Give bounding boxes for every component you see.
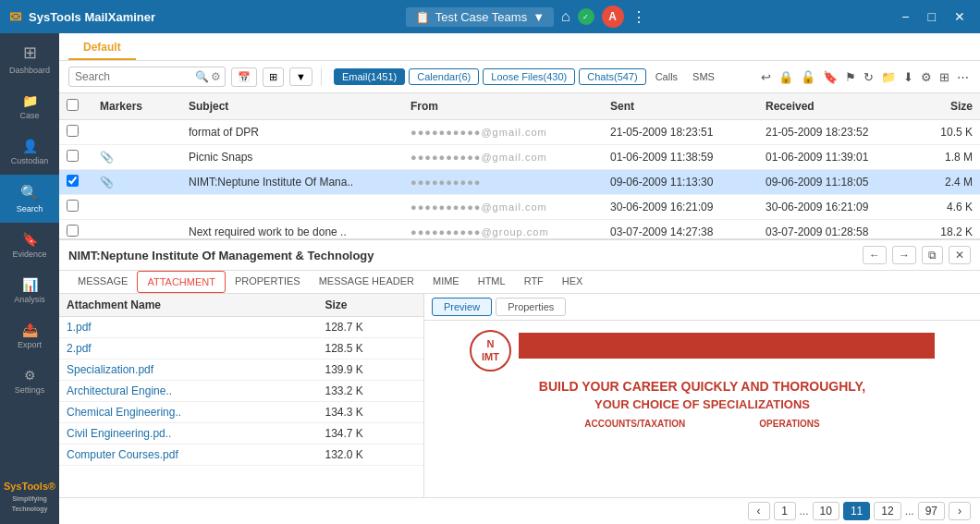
tab-default[interactable]: Default	[68, 36, 136, 60]
row-checkbox-0[interactable]	[67, 125, 79, 137]
row-received-0: 21-05-2009 18:23:52	[758, 120, 913, 145]
sidebar-bottom: SysTools® Simplifying Technology	[0, 470, 59, 524]
pagination-prev[interactable]: ‹	[748, 502, 770, 520]
menu-icon[interactable]: ⋮	[631, 8, 646, 26]
case-title-badge: 📋 Test Case Teams ▼	[406, 7, 554, 27]
row-sent-1: 01-06-2009 11:38:59	[603, 145, 758, 170]
folder-icon[interactable]: 📁	[879, 68, 898, 86]
pagination-p97[interactable]: 97	[918, 502, 945, 520]
row-received-2: 09-06-2009 11:18:05	[758, 170, 913, 195]
attachment-row[interactable]: Chemical Engineering.. 134.3 K	[59, 402, 423, 423]
preview-tab-attachment[interactable]: ATTACHMENT	[137, 271, 226, 293]
sidebar: ⊞ Dashboard 📁 Case 👤 Custodian 🔍 Search …	[0, 33, 59, 524]
gear-icon[interactable]: ⚙	[919, 68, 934, 86]
preview-tab-message[interactable]: MESSAGE	[68, 271, 137, 293]
sidebar-label-custodian: Custodian	[11, 156, 49, 165]
row-checkbox-4[interactable]	[67, 225, 79, 237]
preview-tab-properties[interactable]: PROPERTIES	[226, 271, 310, 293]
filter-tab-loose[interactable]: Loose Files(430)	[483, 68, 575, 85]
search-icon[interactable]: 🔍	[195, 70, 209, 83]
maximize-button[interactable]: □	[923, 7, 941, 26]
attachment-row[interactable]: 1.pdf 128.7 K	[59, 317, 423, 338]
minimize-button[interactable]: −	[896, 7, 914, 26]
attachment-row[interactable]: Specialization.pdf 139.9 K	[59, 359, 423, 381]
filter-tab-calls[interactable]: Calls	[650, 69, 683, 84]
avatar[interactable]: A	[602, 6, 624, 28]
row-from-3: ●●●●●●●●●●@gmail.com	[403, 195, 603, 220]
filter-tab-calendar[interactable]: Calendar(6)	[409, 68, 479, 85]
pagination-p1[interactable]: 1	[774, 502, 796, 520]
download-icon[interactable]: ⬇	[901, 68, 915, 86]
sub-tab-properties[interactable]: Properties	[496, 298, 566, 316]
attachment-row[interactable]: 2.pdf 128.5 K	[59, 338, 423, 359]
preview-tab-header[interactable]: MESSAGE HEADER	[310, 271, 423, 293]
table-row[interactable]: ●●●●●●●●●●@gmail.com 30-06-2009 16:21:09…	[59, 195, 980, 220]
next-nav-btn[interactable]: →	[892, 246, 916, 264]
attachment-row[interactable]: Architectural Engine.. 133.2 K	[59, 381, 423, 402]
pagination-next[interactable]: ›	[949, 502, 971, 520]
filter-tab-email[interactable]: Email(1451)	[334, 68, 405, 85]
sidebar-item-dashboard[interactable]: ⊞ Dashboard	[0, 33, 59, 84]
attachment-row[interactable]: Computer Courses.pdf 132.0 K	[59, 445, 423, 466]
pagination-p12[interactable]: 12	[874, 502, 900, 520]
row-checkbox-1[interactable]	[67, 150, 79, 162]
pagination-p10[interactable]: 10	[813, 502, 839, 520]
preview-tab-rtf[interactable]: RTF	[515, 271, 553, 293]
pagination-p11[interactable]: 11	[843, 502, 870, 520]
search-input[interactable]	[75, 70, 195, 83]
sidebar-item-case[interactable]: 📁 Case	[0, 84, 59, 129]
table-row[interactable]: 📎 NIMT:Neptune Institute Of Mana.. ●●●●●…	[59, 170, 980, 195]
grid-icon[interactable]: ⊞	[937, 68, 951, 86]
window-controls: − □ ✕	[896, 7, 971, 26]
pagination-dots2: ...	[905, 505, 914, 518]
row-checkbox-3[interactable]	[67, 200, 79, 212]
row-received-4: 03-07-2009 01:28:58	[758, 220, 913, 239]
close-button[interactable]: ✕	[949, 7, 971, 26]
popout-btn[interactable]: ⧉	[922, 246, 943, 264]
case-icon: 📁	[22, 93, 38, 108]
unlock-icon[interactable]: 🔓	[799, 68, 817, 86]
app-logo-icon: ✉	[9, 8, 21, 26]
search-box: 🔍 ⚙	[68, 67, 226, 87]
preview-tab-hex[interactable]: HEX	[553, 271, 593, 293]
dropdown-icon[interactable]: ▼	[533, 10, 545, 24]
flag-icon[interactable]: ⚑	[843, 68, 858, 86]
filter-tab-chats[interactable]: Chats(547)	[579, 68, 645, 85]
prev-nav-btn[interactable]: ←	[863, 246, 887, 264]
row-subject-0: format of DPR	[181, 120, 403, 145]
sidebar-item-custodian[interactable]: 👤 Custodian	[0, 129, 59, 175]
refresh-icon[interactable]: ↻	[862, 68, 876, 86]
list-btn[interactable]: ⊞	[263, 67, 284, 87]
status-dot: ✓	[578, 8, 594, 25]
export-icon: 📤	[22, 323, 38, 337]
preview-tab-html[interactable]: HTML	[469, 271, 515, 293]
table-row[interactable]: 📎 Picnic Snaps ●●●●●●●●●●@gmail.com 01-0…	[59, 145, 980, 170]
filter-btn[interactable]: ▼	[289, 67, 312, 86]
select-all-checkbox[interactable]	[67, 99, 79, 111]
attachment-name-0: 1.pdf	[59, 317, 318, 338]
sidebar-item-export[interactable]: 📤 Export	[0, 313, 59, 359]
sidebar-item-analysis[interactable]: 📊 Analysis	[0, 268, 59, 313]
sidebar-item-settings[interactable]: ⚙ Settings	[0, 359, 59, 404]
preview-tab-mime[interactable]: MIME	[423, 271, 469, 293]
home-icon[interactable]: ⌂	[561, 8, 570, 25]
bookmark-icon[interactable]: 🔖	[821, 68, 839, 86]
row-received-1: 01-06-2009 11:39:01	[758, 145, 913, 170]
attachment-name-4: Chemical Engineering..	[59, 402, 318, 423]
sidebar-item-evidence[interactable]: 🔖 Evidence	[0, 223, 59, 268]
attachment-row[interactable]: Civil Engineering.pd.. 134.7 K	[59, 423, 423, 445]
headline1: BUILD YOUR CAREER QUICKLY AND THOROUGHLY…	[539, 379, 865, 394]
lock-icon[interactable]: 🔒	[777, 68, 795, 86]
sidebar-item-search[interactable]: 🔍 Search	[0, 175, 59, 223]
filter-tab-sms[interactable]: SMS	[687, 69, 720, 84]
sub-tab-preview[interactable]: Preview	[432, 298, 492, 316]
search-settings-icon[interactable]: ⚙	[211, 70, 221, 83]
table-row[interactable]: format of DPR ●●●●●●●●●●@gmail.com 21-05…	[59, 120, 980, 145]
more-icon[interactable]: ⋯	[955, 68, 971, 86]
close-preview-btn[interactable]: ✕	[949, 246, 971, 264]
table-row[interactable]: Next required work to be done .. ●●●●●●●…	[59, 220, 980, 239]
content-area: Default 🔍 ⚙ 📅 ⊞ ▼ Email(1451) Calendar(6…	[59, 33, 980, 524]
row-checkbox-2[interactable]	[67, 175, 79, 187]
back-arrow-icon[interactable]: ↩	[759, 68, 773, 86]
calendar-btn[interactable]: 📅	[231, 67, 257, 87]
